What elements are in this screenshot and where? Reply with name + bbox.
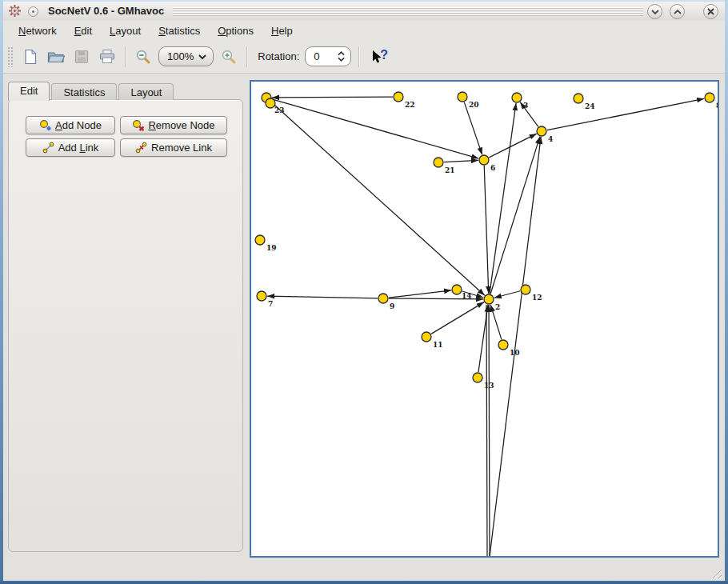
- graph-node-9[interactable]: [378, 294, 388, 303]
- save-file-button[interactable]: [71, 46, 92, 67]
- toolbar-drag-handle[interactable]: [7, 46, 14, 67]
- graph-node-label-23: 23: [274, 106, 285, 114]
- app-window: SocNetV 0.6 - GMhavoc NetworkEditLayoutS…: [0, 0, 728, 584]
- close-button[interactable]: [703, 4, 718, 19]
- graph-node-20[interactable]: [458, 92, 467, 102]
- spin-up-icon[interactable]: [338, 51, 345, 56]
- graph-edge-1-2[interactable]: [270, 102, 485, 296]
- graph-edge-2-4[interactable]: [490, 137, 540, 294]
- graph-edge-6-2[interactable]: [484, 166, 489, 294]
- edit-buttons-grid: Add Node Remove Node Add Link: [26, 116, 242, 157]
- graph-node-label-8: 8: [716, 102, 718, 110]
- graph-edge-4-8[interactable]: [547, 98, 704, 130]
- window-frame-bottom: [0, 581, 728, 584]
- graph-node-11[interactable]: [422, 332, 431, 342]
- window-menu-button[interactable]: [28, 6, 38, 17]
- add-link-button[interactable]: Add Link: [26, 138, 115, 157]
- graph-node-12[interactable]: [521, 285, 530, 294]
- remove-node-button[interactable]: Remove Node: [120, 116, 227, 134]
- add-node-button[interactable]: Add Node: [26, 116, 115, 134]
- graph-node-label-21: 21: [445, 166, 455, 174]
- maximize-button[interactable]: [670, 4, 685, 19]
- graph-node-label-24: 24: [585, 102, 595, 110]
- spin-down-icon[interactable]: [338, 57, 345, 62]
- graph-node-24[interactable]: [574, 94, 583, 103]
- open-file-button[interactable]: [46, 46, 66, 67]
- rotation-label: Rotation:: [258, 50, 299, 62]
- graph-node-21[interactable]: [434, 158, 443, 167]
- chevron-down-icon: [198, 54, 206, 59]
- add-link-icon: [42, 142, 54, 154]
- open-file-icon: [47, 50, 65, 64]
- new-file-icon: [23, 49, 38, 65]
- rotation-value: 0: [306, 50, 338, 62]
- rotation-spinbox[interactable]: 0: [305, 46, 351, 66]
- edit-panel: Add Node Remove Node Add Link: [8, 99, 243, 552]
- whats-this-question-mark: ?: [380, 50, 388, 61]
- graph-edge-2-3[interactable]: [490, 103, 516, 294]
- graph-edge-6-4[interactable]: [489, 134, 536, 158]
- remove-link-button[interactable]: Remove Link: [120, 138, 227, 157]
- graph-node-7[interactable]: [257, 291, 266, 301]
- network-canvas[interactable]: 123222032484621197914212111013: [250, 80, 719, 558]
- add-node-label: Add Node: [55, 119, 102, 131]
- graph-edge-9-14[interactable]: [389, 290, 451, 298]
- zoom-in-button[interactable]: [218, 46, 239, 67]
- tab-edit[interactable]: Edit: [8, 82, 50, 101]
- graph-edge-2-b[interactable]: [486, 305, 487, 556]
- menu-item-layout[interactable]: Layout: [101, 22, 150, 39]
- graph-node-10[interactable]: [498, 340, 508, 350]
- graph-node-2[interactable]: [484, 294, 494, 304]
- graph-node-label-14: 14: [462, 292, 472, 300]
- menu-item-edit[interactable]: Edit: [66, 22, 101, 39]
- graph-arrowhead-9-14: [444, 289, 451, 294]
- socnetv-gear-icon: [8, 4, 22, 18]
- zoom-level-select[interactable]: 100%: [158, 46, 214, 66]
- minimize-button[interactable]: [647, 4, 662, 19]
- tab-statistics[interactable]: Statistics: [51, 83, 117, 100]
- graph-node-label-4: 4: [548, 135, 553, 143]
- graph-arrowhead-4-8: [697, 98, 704, 102]
- tab-layout[interactable]: Layout: [118, 83, 174, 100]
- graph-node-label-13: 13: [484, 382, 494, 390]
- graph-edge-1-6[interactable]: [272, 99, 479, 158]
- close-x-icon: [707, 8, 714, 15]
- menu-item-options[interactable]: Options: [209, 22, 262, 39]
- graph-node-4[interactable]: [537, 126, 546, 136]
- graph-node-8[interactable]: [705, 93, 714, 102]
- menu-item-help[interactable]: Help: [262, 22, 302, 39]
- graph-node-label-10: 10: [510, 349, 520, 357]
- graph-node-label-19: 19: [266, 244, 277, 252]
- graph-edge-b-4[interactable]: [490, 137, 541, 556]
- save-file-icon: [74, 50, 89, 64]
- graph-node-6[interactable]: [479, 155, 489, 165]
- graph-node-22[interactable]: [394, 92, 403, 102]
- graph-node-19[interactable]: [255, 235, 265, 245]
- graph-node-14[interactable]: [452, 285, 462, 294]
- graph-edge-22-1[interactable]: [272, 97, 393, 98]
- resize-grip[interactable]: [710, 566, 722, 578]
- add-link-label: Add Link: [58, 142, 99, 154]
- print-button[interactable]: [97, 46, 118, 67]
- zoom-out-button[interactable]: [133, 46, 154, 67]
- graph-node-13[interactable]: [473, 373, 482, 382]
- graph-node-3[interactable]: [512, 93, 522, 102]
- graph-arrowhead-11-2: [477, 302, 484, 308]
- toolbar: 100% Rotation: 0: [3, 40, 725, 74]
- graph-arrowhead-6-4: [529, 134, 537, 139]
- menu-item-network[interactable]: Network: [10, 22, 66, 39]
- graph-edge-11-2[interactable]: [431, 302, 484, 334]
- graph-node-label-3: 3: [523, 102, 528, 110]
- toolbar-separator: [246, 46, 247, 67]
- zoom-level-value: 100%: [167, 50, 194, 62]
- rotation-control: Rotation: 0: [258, 46, 351, 66]
- zoom-out-icon: [135, 49, 151, 65]
- graph-edge-b-2[interactable]: [489, 305, 490, 556]
- graph-edge-20-6[interactable]: [464, 102, 482, 155]
- whats-this-button[interactable]: ?: [371, 50, 388, 64]
- graph-node-label-6: 6: [490, 164, 495, 172]
- new-file-button[interactable]: [20, 46, 41, 67]
- menu-item-statistics[interactable]: Statistics: [150, 22, 209, 39]
- zoom-in-icon: [221, 49, 237, 65]
- graph-edge-9-7[interactable]: [267, 296, 378, 298]
